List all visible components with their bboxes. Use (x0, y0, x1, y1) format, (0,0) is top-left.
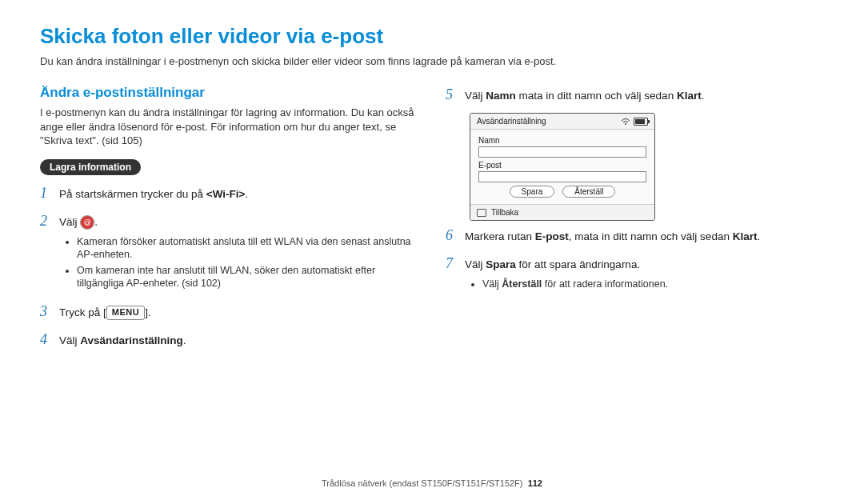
step-5-bold1: Namn (486, 90, 516, 102)
step-6: 6 Markera rutan E-post, mata in ditt nam… (446, 226, 824, 246)
step-3-text-pre: Tryck på [ (59, 306, 106, 318)
page-footer: Trådlösa nätverk (endast ST150F/ST151F/S… (0, 478, 864, 488)
wifi-icon (621, 118, 630, 126)
step-7: 7 Välj Spara för att spara ändringarna. … (446, 254, 824, 294)
back-icon (477, 209, 486, 217)
device-title: Avsändarinställning (477, 117, 546, 126)
step-1: 1 På startskärmen trycker du på <Wi‑Fi>. (40, 183, 418, 203)
device-field-email[interactable] (478, 171, 646, 182)
device-screen: Avsändarinställning Namn E-post (470, 113, 655, 221)
step-6-post: . (757, 230, 760, 242)
device-reset-button[interactable]: Återställ (562, 186, 615, 198)
device-save-button[interactable]: Spara (510, 186, 555, 198)
step-2-bullet-1: Kameran försöker automatiskt ansluta til… (77, 235, 418, 262)
svg-point-0 (625, 123, 626, 125)
step-1-text-post: . (245, 188, 248, 200)
page-title: Skicka foton eller videor via e-post (40, 24, 824, 49)
section-description: I e-postmenyn kan du ändra inställningar… (40, 106, 418, 148)
step-4: 4 Välj Avsändarinställning. (40, 330, 418, 350)
step-3: 3 Tryck på [MENU]. (40, 302, 418, 322)
step-7-bold1: Spara (486, 258, 516, 270)
step-1-text-pre: På startskärmen trycker du på (59, 188, 206, 200)
email-icon: @ (80, 215, 94, 230)
step-7-bullet-pre: Välj (482, 278, 502, 290)
step-7-post: för att spara ändringarna. (516, 258, 640, 270)
device-label-email: E-post (478, 161, 646, 170)
device-label-name: Namn (478, 136, 646, 145)
menu-button-icon: MENU (106, 306, 145, 319)
step-7-bullet-1: Välj Återställ för att radera informatio… (482, 278, 824, 290)
step-4-text-post: . (183, 334, 186, 346)
step-5: 5 Välj Namn mata in ditt namn och välj s… (446, 85, 824, 105)
step-7-bullet-post: för att radera informationen. (542, 278, 668, 290)
step-4-bold: Avsändarinställning (80, 334, 183, 346)
footer-text: Trådlösa nätverk (endast ST150F/ST151F/S… (322, 478, 522, 488)
pill-lagra-information: Lagra information (40, 159, 141, 175)
section-heading: Ändra e-postinställningar (40, 85, 418, 101)
device-field-name[interactable] (478, 146, 646, 158)
step-5-mid: mata in ditt namn och välj sedan (516, 90, 677, 102)
step-7-bullet-bold: Återställ (502, 278, 542, 290)
step-5-bold2: Klart (677, 90, 702, 102)
page-subtitle: Du kan ändra inställningar i e-postmenyn… (40, 55, 824, 67)
step-2-bullet-2: Om kameran inte har anslutit till WLAN, … (77, 264, 418, 290)
step-5-pre: Välj (465, 90, 486, 102)
footer-page-number: 112 (528, 478, 542, 488)
battery-icon (634, 118, 648, 126)
step-2: 2 Välj @. Kameran försöker automatiskt a… (40, 211, 418, 294)
left-column: Ändra e-postinställningar I e-postmenyn … (40, 85, 418, 358)
step-6-pre: Markera rutan (465, 230, 535, 242)
step-6-bold2: Klart (733, 230, 758, 242)
step-7-pre: Välj (465, 258, 486, 270)
step-2-text: Välj (59, 216, 80, 228)
step-1-bold: <Wi‑Fi> (206, 188, 246, 200)
step-6-mid: , mata in ditt namn och välj sedan (569, 230, 733, 242)
device-footer-back[interactable]: Tillbaka (491, 208, 518, 217)
right-column: 5 Välj Namn mata in ditt namn och välj s… (446, 85, 824, 358)
step-4-text-pre: Välj (59, 334, 80, 346)
step-6-bold1: E-post (535, 230, 569, 242)
step-3-text-post: ]. (145, 306, 151, 318)
step-5-post: . (702, 90, 705, 102)
